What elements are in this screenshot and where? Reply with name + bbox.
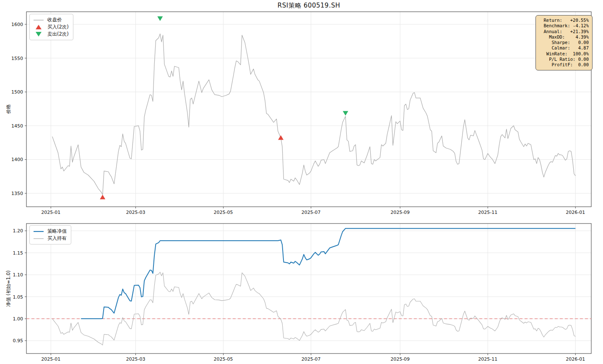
price-chart-y-tick-label: 1400 [11,157,23,162]
legend-label: 买入(2次) [47,23,69,31]
equity-chart-x-tick-label: 2025-11 [478,356,497,362]
legend-label: 买入持有 [47,235,67,242]
stats-line: Calmar: 4.87 [539,45,589,51]
equity-legend: 策略净值 买入持有 [29,225,71,244]
sell-signal-marker [157,16,163,21]
stats-line: Return: +20.55% [539,18,589,23]
equity-chart-x-tick-label: 2025-07 [302,356,321,362]
equity-chart-x-tick-label: 2025-05 [214,356,233,362]
charts-svg: 2025-012025-032025-052025-072025-092025-… [0,0,603,364]
buy-signal-marker [278,135,283,140]
buyhold-line-icon [33,237,44,241]
legend-item-strategy: 策略净值 [33,228,67,235]
equity-chart-y-tick-label: 1.10 [13,272,23,278]
stats-line: MaxDD: 4.39% [539,34,589,40]
equity-chart-y-tick-label: 1.00 [13,316,23,322]
stats-line: Sharpe: 0.00 [539,40,589,45]
equity-chart-x-tick-label: 2025-09 [390,356,410,362]
price-chart-x-tick-label: 2025-09 [390,210,410,215]
price-chart-x-tick-label: 2026-01 [566,210,585,215]
sell-triangle-icon [33,31,44,37]
equity-chart-y-tick-label: 1.20 [13,228,23,234]
price-chart-x-tick-label: 2025-01 [41,210,60,215]
equity-chart-x-tick-label: 2025-01 [41,356,60,362]
price-chart-border [26,12,591,207]
strategy-line-icon [33,229,44,234]
buyhold-equity-line [52,272,576,345]
legend-item-buyhold: 买入持有 [33,235,67,242]
stats-line: Annual: +21.39% [539,29,589,34]
stats-line: P/L Ratio: 0.00 [539,57,589,62]
stats-line: WinRate: 100.0% [539,51,589,57]
netvalue-axis-label: 净值 (初始=1.0) [5,270,12,307]
strategy-equity-line [81,229,575,319]
stats-line: Benchmark: -4.12% [539,23,589,29]
price-chart-y-tick-label: 1350 [11,191,23,196]
stats-line: ProfitF: 0.00 [539,62,589,68]
equity-chart-x-tick-label: 2025-03 [126,356,146,362]
sell-signal-marker [343,111,348,116]
buy-signal-marker [100,195,105,199]
equity-chart-border [26,224,591,354]
price-axis-label: 价格 [5,104,12,114]
price-chart-y-tick-label: 1600 [11,22,23,27]
legend-label: 收盘价 [47,16,62,23]
price-chart-x-tick-label: 2025-11 [478,210,497,215]
equity-chart-y-tick-label: 1.05 [13,294,23,300]
price-chart-x-tick-label: 2025-05 [214,210,233,215]
close-line-icon [33,18,44,22]
legend-item-close: 收盘价 [33,16,69,23]
price-chart-gridlines [26,12,591,207]
buy-triangle-icon [33,24,44,30]
legend-label: 卖出(2次) [47,31,69,38]
legend-item-buy: 买入(2次) [33,23,69,31]
equity-chart-x-tick-label: 2026-01 [566,356,585,362]
equity-chart-y-tick-label: 0.95 [13,338,23,343]
equity-chart-y-tick-label: 1.15 [13,250,23,256]
price-chart-x-tick-label: 2025-03 [126,210,146,215]
price-legend: 收盘价 买入(2次) 卖出(2次) [29,14,73,40]
equity-chart-gridlines [26,224,591,354]
performance-stats-box: Return: +20.55%Benchmark: -4.12%Annual: … [535,15,593,70]
price-chart-y-tick-label: 1550 [11,56,23,61]
price-chart-x-tick-label: 2025-07 [302,210,321,215]
legend-label: 策略净值 [47,228,67,235]
legend-item-sell: 卖出(2次) [33,31,69,38]
figure-canvas: RSI策略 600519.SH 2025-012025-032025-05202… [0,0,603,364]
price-chart-y-tick-label: 1500 [11,89,23,95]
price-chart-y-tick-label: 1450 [11,123,23,129]
